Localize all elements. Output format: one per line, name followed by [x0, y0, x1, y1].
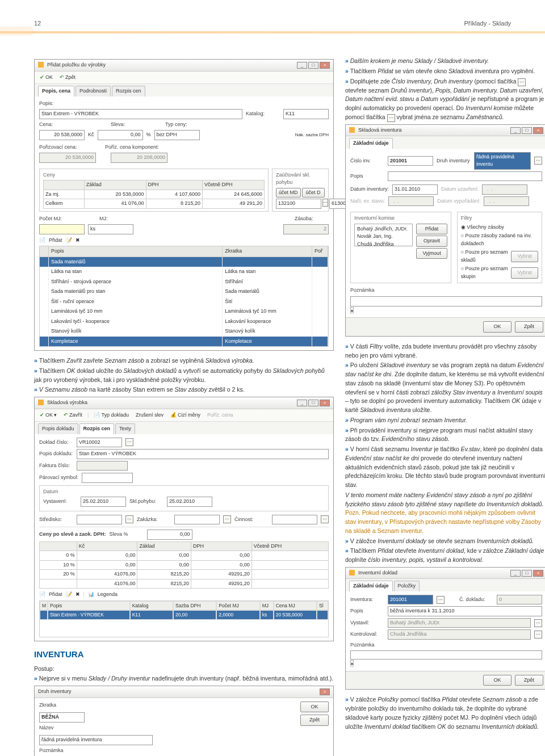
- input-katalog[interactable]: K11: [283, 109, 329, 119]
- input-popis[interactable]: Stan Extrem - VÝROBEK: [39, 109, 242, 119]
- list-item[interactable]: Stanový kolíkStanový kolík: [40, 326, 328, 337]
- minimize-icon[interactable]: _: [510, 570, 521, 577]
- tab-popis-cena[interactable]: Popis, cena: [38, 86, 74, 96]
- dots-button[interactable]: ⋯: [437, 596, 445, 604]
- minimize-icon[interactable]: _: [510, 127, 521, 134]
- maximize-icon[interactable]: □: [522, 127, 532, 134]
- expand-icon[interactable]: ▴: [350, 660, 354, 666]
- tab-polozky[interactable]: Položky: [394, 581, 420, 591]
- list-item[interactable]: KompletaceKompletace: [40, 337, 328, 347]
- legend-label[interactable]: Legenda: [98, 591, 118, 599]
- tab-popis-dokladu[interactable]: Popis dokladu: [38, 423, 78, 434]
- zrusen-slev-button[interactable]: Zrušení slev: [134, 411, 165, 420]
- ok-button[interactable]: OK: [300, 702, 329, 713]
- back-button[interactable]: Zpět: [300, 715, 329, 726]
- close-icon[interactable]: ×: [533, 127, 543, 134]
- cizi-meny-button[interactable]: 💰 Cizí měny: [169, 411, 202, 420]
- tab-rozpis-cen[interactable]: Rozpis cen: [112, 86, 145, 96]
- select-typ[interactable]: bez DPH: [154, 130, 200, 140]
- dots-button[interactable]: ⋯: [125, 515, 133, 523]
- radio-zasoby-dokl[interactable]: Pouze zásoby zadané na inv. dokladech: [461, 232, 538, 247]
- list-item[interactable]: Šití - ruční operaceŠití: [40, 297, 328, 307]
- input-sklpoh[interactable]: 25.02.2010: [167, 497, 212, 507]
- ok-button[interactable]: OK: [483, 321, 512, 333]
- maximize-icon[interactable]: □: [308, 400, 318, 406]
- input-vystaveni[interactable]: 25.02.2010: [81, 497, 126, 507]
- input-mj[interactable]: ks: [88, 224, 133, 234]
- list-add-icon[interactable]: 📄: [39, 237, 45, 245]
- input-popis[interactable]: [388, 171, 542, 182]
- close-icon[interactable]: ×: [533, 570, 543, 577]
- list-item[interactable]: Látka na stanLátka na stan: [40, 267, 328, 277]
- input-popis[interactable]: běžná inventura k 31.1.2010: [388, 606, 542, 616]
- items-grid[interactable]: M Popis Katalog Sazba DPH Počet MJ MJ Ce…: [39, 600, 329, 638]
- radio-sklady[interactable]: Pouze pro seznam skladů: [461, 249, 509, 264]
- list-item[interactable]: Stříhání - strojová operaceStříhání: [40, 277, 328, 287]
- delete-icon[interactable]: ✖: [76, 237, 80, 245]
- input-sleva[interactable]: 0,00: [147, 530, 192, 540]
- input-poznamka[interactable]: [350, 296, 542, 306]
- pridat-button[interactable]: Přidat: [416, 224, 447, 235]
- input-nazev[interactable]: řádná pravidelná inventura: [39, 735, 153, 745]
- dots-button[interactable]: ⋯: [534, 631, 542, 639]
- input-vystavil[interactable]: Bohatý Jindřich, JUDr.: [388, 618, 531, 628]
- add-label[interactable]: Přidat: [49, 591, 62, 599]
- input-kontroloval[interactable]: Chudá Jindřiška: [388, 629, 531, 640]
- maximize-icon[interactable]: □: [522, 570, 532, 577]
- ok-button[interactable]: ✔ OK ▾: [38, 411, 58, 420]
- tab-zakladni-udaje[interactable]: Základní údaje: [349, 581, 393, 591]
- btn-ucet-d[interactable]: účet D: [302, 188, 325, 198]
- list-item[interactable]: Sada materiálů: [40, 257, 328, 267]
- tab-texty[interactable]: Texty: [115, 423, 135, 434]
- close-icon[interactable]: ×: [320, 688, 330, 695]
- tab-podrobnosti[interactable]: Podrobnosti: [76, 86, 111, 96]
- input-cin[interactable]: [272, 515, 317, 525]
- close-button[interactable]: ↶ Zavřít: [62, 411, 84, 420]
- back-button[interactable]: Zpět: [515, 321, 543, 333]
- input-popis[interactable]: Stan Extrem - VÝROBEK: [77, 449, 329, 459]
- dots-button[interactable]: ⋯: [125, 438, 133, 446]
- typ-dokladu-button[interactable]: 📄 Typ dokladu: [92, 411, 131, 420]
- list-item[interactable]: Laminátová tyč 10 mmLaminátová tyč 10 mm: [40, 306, 328, 317]
- input-cena[interactable]: 20 538,0000: [39, 130, 85, 140]
- list-item[interactable]: Sada materiálů pro stanSada materiálů: [40, 287, 328, 297]
- dots-button[interactable]: ⋯: [534, 157, 542, 165]
- input-datum[interactable]: 31.01.2010: [392, 184, 438, 195]
- input-cislo-inv[interactable]: 201001: [388, 156, 433, 166]
- minimize-icon[interactable]: _: [297, 400, 307, 406]
- input-inventura[interactable]: 201001: [388, 595, 433, 605]
- btn-ucet-md[interactable]: účet MD: [276, 188, 301, 198]
- input-doklc[interactable]: VR10002: [77, 438, 122, 448]
- dots-button[interactable]: ⋯: [223, 515, 231, 523]
- ok-button[interactable]: OK: [483, 675, 512, 686]
- back-button[interactable]: Zpět: [515, 675, 543, 686]
- list-item[interactable]: Lakování tyčí - kooperaceLakování kooper…: [40, 317, 328, 327]
- dots-button[interactable]: ⋯: [322, 199, 328, 207]
- delete-icon[interactable]: ✖: [76, 591, 80, 599]
- legend-icon[interactable]: 📊: [88, 591, 94, 599]
- radio-skupin[interactable]: Pouze pro seznam skupin: [461, 265, 509, 280]
- ok-button[interactable]: ✔ OK: [38, 73, 54, 82]
- list-add-label[interactable]: Přidat: [49, 237, 62, 245]
- close-icon[interactable]: ×: [320, 62, 330, 69]
- input-pocet[interactable]: [39, 224, 85, 234]
- vyjmout-button[interactable]: Vyjmout: [416, 248, 447, 259]
- input-uc-md[interactable]: 132100: [276, 199, 321, 209]
- tab-zakladni-udaje[interactable]: Základní údaje: [349, 138, 393, 149]
- input-sleva[interactable]: 0,00: [98, 130, 143, 140]
- close-icon[interactable]: ×: [320, 400, 330, 406]
- dots-button[interactable]: ⋯: [321, 515, 329, 523]
- minimize-icon[interactable]: _: [297, 62, 307, 69]
- material-list[interactable]: Popis Zkratka Poř Sada materiálůLátka na…: [39, 246, 329, 347]
- edit-icon[interactable]: 📝: [66, 591, 72, 599]
- opravit-button[interactable]: Opravit: [416, 236, 447, 247]
- input-zak[interactable]: [174, 515, 220, 525]
- input-druh[interactable]: řádná pravidelná inventu: [474, 152, 531, 170]
- radio-vsechny[interactable]: Všechny zásoby: [461, 224, 538, 232]
- edit-icon[interactable]: 📝: [66, 237, 72, 245]
- expand-icon[interactable]: ▴: [350, 307, 354, 313]
- input-parov[interactable]: [82, 473, 133, 483]
- maximize-icon[interactable]: □: [308, 62, 318, 69]
- dots-button[interactable]: ⋯: [534, 619, 542, 627]
- input-poznamka[interactable]: [350, 650, 542, 660]
